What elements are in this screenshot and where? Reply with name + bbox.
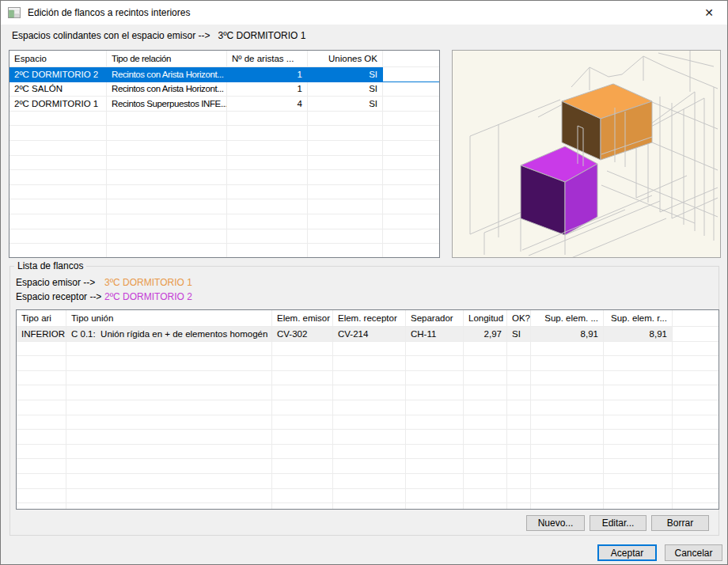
table-empty-row [17,415,719,430]
table-cell [604,400,673,415]
table-cell [507,356,531,370]
column-header[interactable]: Tipo de relación [107,51,227,66]
table-cell [107,141,227,155]
column-header[interactable]: Tipo ari [17,310,66,326]
column-header[interactable]: Sup. elem. r... [604,310,673,326]
filler-cell [383,199,439,214]
table-cell [17,445,66,459]
table-cell: 2ºC SALÓN [9,82,107,97]
column-header[interactable]: Elem. receptor [333,310,406,326]
table-cell [604,474,673,488]
table-cell [272,371,333,385]
column-header[interactable]: Espacio [9,51,107,66]
table-cell [66,474,272,488]
filler-cell [673,310,719,326]
table-cell [66,430,272,444]
table-cell [507,342,531,356]
nuevo-button[interactable]: Nuevo... [526,515,585,531]
table-cell [66,400,272,415]
filler-cell [383,244,439,258]
table-row[interactable]: INFERIORC 0.1: Unión rígida en + de elem… [17,327,719,342]
table-cell: SI [308,97,383,111]
table-cell [507,415,531,430]
close-icon[interactable]: ✕ [691,1,727,24]
table-cell [9,156,107,170]
table-cell [9,244,107,258]
flancos-table[interactable]: Tipo ariTipo uniónElem. emisorElem. rece… [16,309,719,510]
table-cell [531,430,604,444]
table-cell [464,459,507,473]
filler-cell [383,97,439,111]
table-empty-row [17,474,719,489]
cancelar-button[interactable]: Cancelar [665,544,722,561]
table-cell [531,503,604,510]
adjacent-spaces-table[interactable]: EspacioTipo de relaciónNº de aristas ...… [9,50,440,258]
aceptar-button[interactable]: Aceptar [597,544,657,561]
table-cell [17,400,66,415]
borrar-button[interactable]: Borrar [651,515,709,531]
table-cell [333,356,406,370]
table-cell [406,342,464,356]
table-cell [227,185,308,199]
column-header[interactable]: Separador [406,310,464,326]
table-cell [333,415,406,430]
column-header[interactable]: Longitud [464,310,507,326]
table-row[interactable]: 2ºC DORMITORIO 2Recintos con Arista Hori… [9,67,439,82]
column-header[interactable]: Sup. elem. ... [531,310,604,326]
table-cell [604,385,673,400]
table-empty-row [9,199,439,214]
table-row[interactable]: 2ºC DORMITORIO 1Recintos Superpuestos IN… [9,97,439,112]
receptor-label: Espacio receptor --> [16,291,104,302]
table-cell [308,156,383,170]
table-cell [464,371,507,385]
table-cell [464,385,507,400]
filler-cell [383,67,439,82]
adjacent-spaces-caption: Espacios colindantes con el espacio emis… [12,30,305,41]
table-cell [406,400,464,415]
table-empty-row [17,356,719,371]
table-cell [227,244,308,258]
table-cell [9,214,107,229]
edicion-flancos-dialog: Edición de flancos a recintos interiores… [0,0,728,565]
filler-cell [673,400,719,415]
table-cell [531,489,604,503]
adjacent-spaces-label: Espacios colindantes con el espacio emis… [12,30,210,41]
table-cell [531,385,604,400]
column-header[interactable]: Nº de aristas ... [227,51,308,66]
table-cell [464,430,507,444]
table-cell: 1 [227,82,308,97]
filler-cell [383,185,439,199]
table-cell [66,503,272,510]
table-cell [308,214,383,229]
table-empty-row [9,214,439,229]
table-row[interactable]: 2ºC SALÓNRecintos con Arista Horizont...… [9,82,439,97]
filler-cell [673,415,719,430]
table-empty-row [17,459,719,474]
table-cell [227,156,308,170]
table-cell [406,445,464,459]
column-header[interactable]: Tipo unión [66,310,272,326]
receptor-box [521,146,597,235]
table-cell [464,445,507,459]
table-cell: 2ºC DORMITORIO 1 [9,97,107,111]
table-cell [107,185,227,199]
table-empty-row [9,170,439,185]
table-empty-row [17,489,719,504]
editar-button[interactable]: Editar... [590,515,646,531]
table-cell: Recintos Superpuestos INFE... [107,97,227,111]
table-cell [66,371,272,385]
column-header[interactable]: Elem. emisor [272,310,333,326]
table-cell [17,342,66,356]
table-cell [604,371,673,385]
table-cell [227,141,308,155]
table-cell [604,459,673,473]
table-empty-row [17,503,719,510]
filler-cell [383,112,439,126]
table-empty-row [17,371,719,386]
column-header[interactable]: Uniones OK [308,51,383,66]
table-cell [604,342,673,356]
3d-preview[interactable] [452,50,721,258]
column-header[interactable]: OK? [507,310,531,326]
title-bar[interactable]: Edición de flancos a recintos interiores [1,1,727,25]
filler-cell [673,327,719,341]
